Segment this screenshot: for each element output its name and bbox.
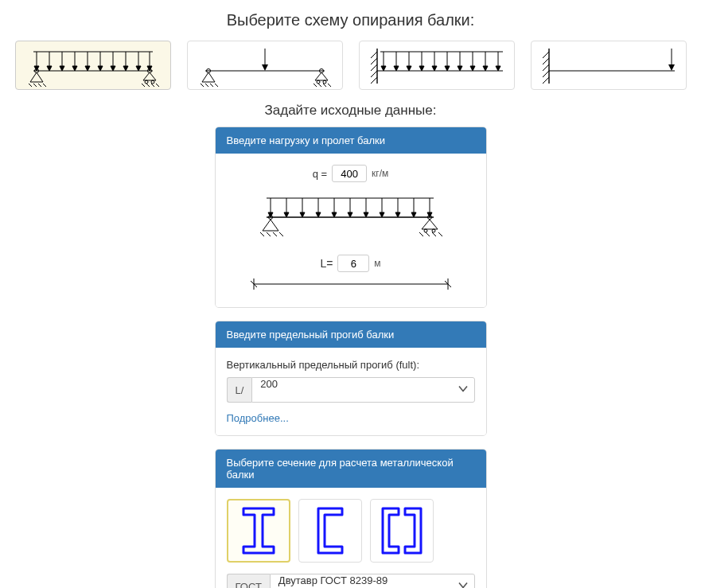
svg-line-83 (543, 58, 549, 64)
svg-marker-80 (496, 66, 500, 71)
svg-marker-13 (98, 66, 103, 71)
q-input[interactable] (332, 165, 367, 182)
svg-marker-66 (407, 66, 411, 71)
svg-line-52 (328, 84, 331, 87)
svg-marker-108 (395, 212, 400, 217)
subtitle: Задайте исходные данные: (0, 103, 701, 119)
svg-marker-17 (123, 66, 128, 71)
svg-line-125 (426, 232, 430, 236)
svg-line-119 (279, 232, 283, 236)
dimension-line-icon (247, 275, 454, 293)
scheme-row (0, 41, 701, 90)
l-label: L= (320, 257, 333, 270)
double-channel-icon (376, 505, 427, 556)
more-link[interactable]: Подробнее... (227, 412, 289, 424)
svg-line-41 (201, 84, 204, 87)
svg-line-82 (543, 52, 549, 58)
svg-line-116 (260, 232, 264, 236)
svg-marker-98 (316, 212, 321, 217)
ibeam-icon (239, 505, 278, 556)
gost-prefix: ГОСТ (227, 574, 270, 588)
svg-marker-102 (348, 212, 352, 217)
svg-point-122 (424, 229, 427, 232)
svg-line-33 (146, 84, 150, 87)
svg-line-27 (43, 84, 46, 87)
section-double-channel[interactable] (370, 499, 434, 563)
svg-line-55 (371, 58, 377, 64)
scheme-cantilever-point[interactable] (531, 41, 687, 90)
svg-point-48 (323, 80, 326, 84)
scheme-cantilever-distributed[interactable] (359, 41, 515, 90)
panel-load-title: Введите нагрузку и пролет балки (216, 127, 486, 154)
svg-marker-74 (458, 66, 462, 71)
svg-marker-23 (30, 72, 43, 82)
svg-marker-5 (47, 66, 52, 71)
svg-marker-11 (85, 66, 90, 71)
svg-line-86 (543, 77, 549, 84)
svg-line-43 (210, 84, 213, 87)
svg-marker-110 (411, 212, 416, 217)
panel-deflection-title: Введите предельный прогиб балки (216, 321, 486, 348)
section-ibeam[interactable] (227, 499, 290, 563)
q-label: q = (313, 168, 327, 180)
svg-point-47 (317, 80, 320, 84)
svg-marker-72 (445, 66, 450, 71)
svg-line-118 (273, 232, 277, 236)
svg-line-34 (151, 84, 154, 87)
svg-marker-121 (422, 220, 438, 229)
channel-icon (310, 505, 350, 556)
svg-line-35 (156, 84, 159, 87)
svg-line-58 (371, 77, 377, 84)
svg-line-57 (371, 71, 377, 77)
svg-marker-64 (394, 66, 399, 71)
svg-marker-76 (470, 66, 475, 71)
svg-line-26 (38, 84, 41, 87)
section-channel[interactable] (298, 499, 362, 563)
svg-marker-62 (381, 66, 386, 71)
svg-marker-96 (300, 212, 305, 217)
svg-line-50 (318, 84, 321, 87)
page-title: Выберите схему опирания балки: (0, 11, 701, 29)
svg-marker-19 (136, 66, 141, 71)
svg-marker-104 (364, 212, 368, 217)
svg-marker-68 (419, 66, 424, 71)
svg-marker-38 (262, 64, 268, 71)
svg-line-49 (314, 84, 317, 87)
svg-point-30 (145, 80, 148, 84)
panel-deflection: Введите предельный прогиб балки Вертикал… (215, 321, 487, 436)
svg-line-44 (215, 84, 218, 87)
svg-marker-29 (143, 72, 156, 80)
svg-line-84 (543, 64, 549, 71)
svg-line-124 (419, 232, 423, 236)
svg-line-54 (371, 52, 377, 58)
svg-marker-40 (202, 72, 215, 82)
scheme-simply-supported-distributed[interactable] (15, 41, 171, 90)
svg-line-117 (267, 232, 271, 236)
svg-line-126 (432, 232, 436, 236)
scheme-simply-supported-point[interactable] (187, 41, 343, 90)
panel-section-title: Выберите сечение для расчета металлическ… (216, 450, 486, 488)
svg-line-127 (438, 232, 442, 236)
svg-marker-70 (432, 66, 437, 71)
svg-line-56 (371, 64, 377, 71)
svg-line-25 (33, 84, 37, 87)
svg-marker-9 (72, 66, 77, 71)
l-unit: м (374, 258, 380, 269)
svg-marker-7 (60, 66, 64, 71)
deflection-select[interactable]: 200 (251, 377, 474, 403)
beam-diagram-icon (227, 187, 473, 243)
svg-line-42 (205, 84, 208, 87)
svg-marker-94 (284, 212, 289, 217)
svg-marker-106 (380, 212, 384, 217)
svg-marker-78 (483, 66, 488, 71)
panel-section: Выберите сечение для расчета металлическ… (215, 449, 487, 588)
l-input[interactable] (337, 255, 369, 272)
svg-line-24 (29, 84, 32, 87)
q-unit: кг/м (372, 168, 388, 179)
svg-marker-15 (111, 66, 115, 71)
svg-marker-89 (668, 64, 675, 71)
panel-load: Введите нагрузку и пролет балки q = кг/м (215, 127, 487, 308)
deflection-prefix: L/ (227, 377, 252, 403)
gost-select[interactable]: Двутавр ГОСТ 8239-89 (270, 574, 475, 588)
svg-line-51 (323, 84, 326, 87)
